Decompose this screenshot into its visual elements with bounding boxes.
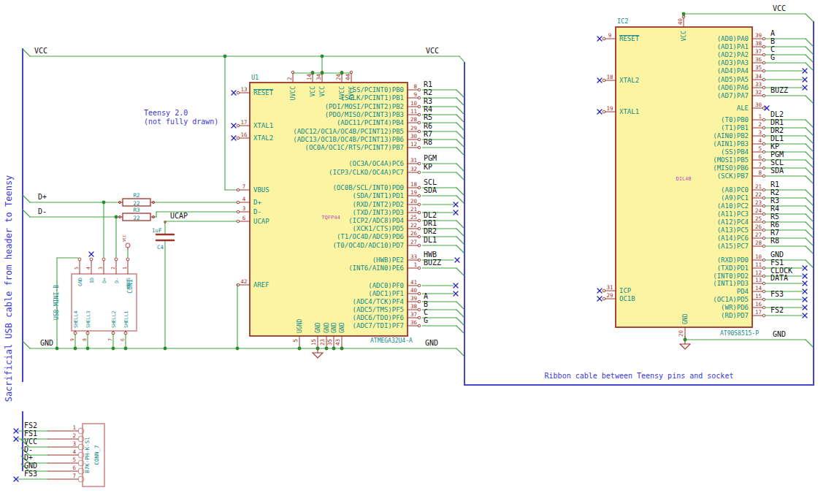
net-label-dl2[interactable]: DL2 bbox=[770, 110, 784, 118]
ref-designator[interactable]: U1 bbox=[251, 74, 259, 81]
net-label-gnd[interactable]: GND bbox=[425, 339, 438, 347]
net-label-c[interactable]: C bbox=[770, 45, 775, 53]
pin-number: 17 bbox=[755, 309, 762, 316]
component-value[interactable]: 22 bbox=[133, 200, 139, 207]
net-label-vcc[interactable]: VCC bbox=[773, 4, 786, 12]
pin-name: OC1B bbox=[619, 295, 635, 302]
net-label-r5[interactable]: R5 bbox=[770, 213, 779, 221]
net-label-g[interactable]: G bbox=[770, 53, 775, 61]
pin-name: (ADC13/OC1B/OC4B/PCINT13)PB6 bbox=[293, 136, 404, 143]
net-label-gnd[interactable]: GND bbox=[773, 330, 786, 338]
ref-designator[interactable]: IC2 bbox=[617, 18, 628, 25]
pin-name: (A13)PC5 bbox=[717, 226, 749, 234]
net-label-dr2[interactable]: DR2 bbox=[424, 227, 437, 235]
pin-number: 36 bbox=[410, 319, 418, 326]
net-label-a[interactable]: A bbox=[424, 292, 428, 300]
net-label-r8[interactable]: R8 bbox=[770, 237, 779, 245]
net-label-r6[interactable]: R6 bbox=[424, 122, 432, 130]
net-label-dl1[interactable]: DL1 bbox=[770, 134, 784, 142]
net-label-r4[interactable]: R4 bbox=[424, 105, 432, 113]
net-label-fs3[interactable]: FS3 bbox=[770, 290, 784, 298]
net-label-c[interactable]: C bbox=[424, 308, 428, 316]
net-label-r2[interactable]: R2 bbox=[770, 188, 779, 196]
connector-type-label[interactable]: USB-MINI-B bbox=[53, 285, 60, 320]
net-label-sda[interactable]: SDA bbox=[770, 167, 784, 175]
net-label-data[interactable]: DATA bbox=[770, 274, 788, 282]
net-label-r3[interactable]: R3 bbox=[424, 97, 432, 105]
net-label-r7[interactable]: R7 bbox=[770, 229, 779, 237]
net-label-a[interactable]: A bbox=[770, 29, 775, 37]
net-label-buzz[interactable]: BUZZ bbox=[424, 259, 441, 267]
net-label-b[interactable]: B bbox=[424, 300, 428, 308]
ref-designator[interactable]: R3 bbox=[133, 207, 139, 213]
net-label-buzz[interactable]: BUZZ bbox=[770, 86, 788, 94]
net-label-pgm[interactable]: PGM bbox=[424, 154, 437, 162]
component-value[interactable]: AT90S8515-P bbox=[720, 330, 759, 337]
net-label-hwb[interactable]: HWB bbox=[424, 251, 437, 259]
net-label-fs2[interactable]: FS2 bbox=[24, 421, 37, 429]
pin-number: 7 bbox=[72, 473, 76, 479]
component-value[interactable]: 1uF bbox=[152, 227, 162, 234]
ref-designator[interactable]: C4 bbox=[157, 244, 164, 251]
teensy-note-line1[interactable]: Teensy 2.0 bbox=[144, 109, 188, 117]
pin-name: (ADC6/TDO)PF6 bbox=[353, 314, 404, 321]
net-label-kp[interactable]: KP bbox=[424, 163, 432, 171]
usb-cable-note[interactable]: Sacrificial USB cable from header to Tee… bbox=[4, 175, 14, 402]
pin-number: 25 bbox=[410, 214, 417, 221]
component-value[interactable]: ATMEGA32U4-A bbox=[370, 337, 413, 344]
net-label-gnd[interactable]: GND bbox=[770, 251, 784, 259]
net-label-gnd[interactable]: GND bbox=[40, 339, 53, 347]
teensy-note-line2[interactable]: (not fully drawn) bbox=[144, 118, 218, 126]
footprint-label[interactable]: DIL40 bbox=[676, 176, 691, 182]
pin-name: (ADC11/PCINT4)PB4 bbox=[337, 119, 404, 126]
net-label-r1[interactable]: R1 bbox=[424, 80, 432, 88]
pin-name: (ADC12/OC1A/OC4B/PCINT12)PB5 bbox=[293, 128, 404, 135]
net-label-fs1[interactable]: FS1 bbox=[24, 429, 37, 438]
connector-type-label[interactable]: B7K-PH-K-S1 bbox=[84, 437, 91, 473]
net-label-gnd[interactable]: GND bbox=[24, 462, 37, 470]
net-label-r3[interactable]: R3 bbox=[770, 196, 779, 205]
component-value[interactable]: 22 bbox=[133, 215, 139, 221]
net-label-r1[interactable]: R1 bbox=[770, 180, 779, 188]
net-label-r6[interactable]: R6 bbox=[770, 221, 779, 229]
pin-name: UVCC bbox=[290, 86, 297, 100]
pin-name: XTAL2 bbox=[619, 77, 639, 84]
pin-number: 1 bbox=[72, 424, 76, 431]
net-label-r8[interactable]: R8 bbox=[424, 138, 432, 146]
pin-name: VBUS bbox=[253, 186, 269, 194]
net-label-dl2[interactable]: DL2 bbox=[424, 211, 437, 219]
ribbon-cable-note[interactable]: Ribbon cable between Teensy pins and soc… bbox=[545, 372, 734, 380]
net-label-r7[interactable]: R7 bbox=[424, 130, 432, 138]
net-label-dl1[interactable]: DL1 bbox=[424, 236, 437, 244]
net-label-r5[interactable]: R5 bbox=[424, 113, 432, 121]
net-label-fs2[interactable]: FS2 bbox=[770, 306, 784, 314]
net-label-d-[interactable]: D- bbox=[24, 446, 33, 454]
net-label-vcc[interactable]: VCC bbox=[34, 47, 47, 55]
net-label-fs3[interactable]: FS3 bbox=[24, 470, 37, 478]
net-label-d+[interactable]: D+ bbox=[24, 454, 33, 462]
net-label-d-[interactable]: D- bbox=[38, 207, 47, 215]
footprint-label[interactable]: TQFP44 bbox=[321, 215, 340, 221]
net-label-vcc[interactable]: VCC bbox=[426, 47, 439, 55]
net-label-dr2[interactable]: DR2 bbox=[770, 126, 784, 134]
net-label-r2[interactable]: R2 bbox=[424, 88, 432, 96]
net-label-ucap[interactable]: UCAP bbox=[170, 212, 188, 220]
net-label-r4[interactable]: R4 bbox=[770, 205, 779, 213]
pin-name: (T1)PB1 bbox=[721, 124, 749, 131]
net-label-scl[interactable]: SCL bbox=[424, 178, 437, 186]
ref-designator[interactable]: CONN_7 bbox=[93, 445, 100, 465]
net-label-vcc[interactable]: VCC bbox=[24, 438, 37, 446]
net-label-kp[interactable]: KP bbox=[770, 142, 779, 150]
net-label-sda[interactable]: SDA bbox=[424, 186, 437, 194]
pin-name: ALE bbox=[737, 104, 749, 112]
ref-designator[interactable]: R2 bbox=[133, 192, 139, 199]
net-label-fs1[interactable]: FS1 bbox=[770, 259, 784, 267]
net-label-b[interactable]: B bbox=[770, 37, 775, 45]
net-label-scl[interactable]: SCL bbox=[770, 159, 784, 167]
net-label-dr1[interactable]: DR1 bbox=[770, 118, 784, 126]
pin-name: (WR)PD6 bbox=[721, 304, 749, 311]
net-label-dr1[interactable]: DR1 bbox=[424, 219, 437, 227]
net-label-d+[interactable]: D+ bbox=[38, 193, 47, 201]
net-label-g[interactable]: G bbox=[424, 316, 428, 324]
net-label-pgm[interactable]: PGM bbox=[770, 150, 784, 159]
